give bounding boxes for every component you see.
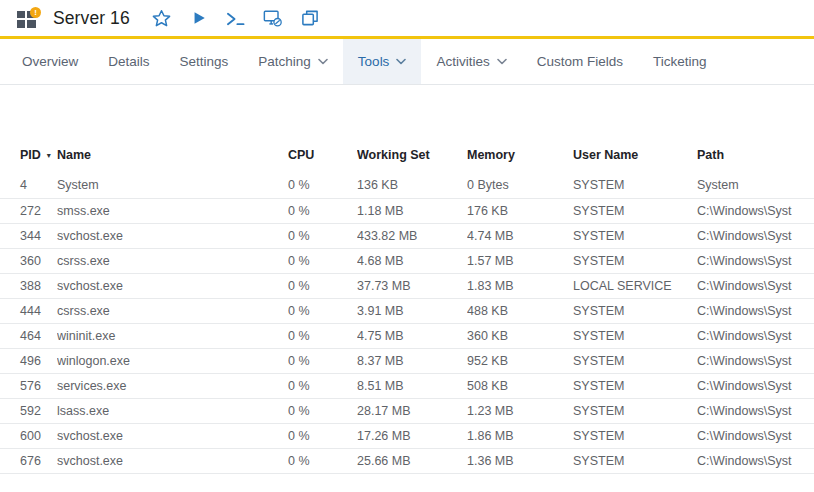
cell-name: csrss.exe: [57, 298, 288, 323]
process-row[interactable]: 676svchost.exe0 %25.66 MB1.36 MBSYSTEMC:…: [0, 448, 814, 473]
cell-pid: 344: [0, 223, 57, 248]
sort-desc-icon: ▾: [47, 151, 51, 160]
run-play-icon[interactable]: [189, 8, 209, 28]
cell-name: svchost.exe: [57, 423, 288, 448]
cell-name: System: [57, 173, 288, 198]
cell-working-set: 1.18 MB: [357, 198, 467, 223]
tab-custom-fields[interactable]: Custom Fields: [522, 39, 638, 84]
column-label: Memory: [467, 148, 515, 162]
cell-working-set: 25.66 MB: [357, 448, 467, 473]
cell-cpu: 0 %: [288, 298, 357, 323]
column-label: CPU: [288, 148, 314, 162]
cell-path: C:\Windows\Syst: [697, 373, 814, 398]
process-row[interactable]: 360csrss.exe0 %4.68 MB1.57 MBSYSTEMC:\Wi…: [0, 248, 814, 273]
tab-label: Patching: [258, 54, 311, 69]
tab-tools[interactable]: Tools: [343, 39, 422, 84]
tab-ticketing[interactable]: Ticketing: [638, 39, 722, 84]
cell-memory: 176 KB: [467, 198, 573, 223]
cell-user-name: SYSTEM: [573, 373, 697, 398]
cell-name: svchost.exe: [57, 223, 288, 248]
column-header-memory[interactable]: Memory: [467, 136, 573, 173]
chevron-down-icon: [497, 58, 507, 65]
cell-cpu: 0 %: [288, 198, 357, 223]
process-row[interactable]: 344svchost.exe0 %433.82 MB4.74 MBSYSTEMC…: [0, 223, 814, 248]
cell-path: C:\Windows\Syst: [697, 273, 814, 298]
cell-working-set: 37.73 MB: [357, 273, 467, 298]
process-row[interactable]: 388svchost.exe0 %37.73 MB1.83 MBLOCAL SE…: [0, 273, 814, 298]
cell-working-set: 3.91 MB: [357, 298, 467, 323]
tab-overview[interactable]: Overview: [7, 39, 93, 84]
cell-user-name: SYSTEM: [573, 248, 697, 273]
column-label: User Name: [573, 148, 638, 162]
tab-label: Settings: [180, 54, 229, 69]
tab-label: Ticketing: [653, 54, 707, 69]
alert-badge: !: [30, 7, 41, 18]
column-header-working-set[interactable]: Working Set: [357, 136, 467, 173]
terminal-icon[interactable]: [226, 8, 246, 28]
cell-memory: 1.86 MB: [467, 423, 573, 448]
process-row[interactable]: 576services.exe0 %8.51 MB508 KBSYSTEMC:\…: [0, 373, 814, 398]
cell-path: C:\Windows\Syst: [697, 323, 814, 348]
column-header-name[interactable]: Name: [57, 136, 288, 173]
chevron-down-icon: [396, 58, 406, 65]
column-header-pid[interactable]: PID▾: [0, 136, 57, 173]
tab-settings[interactable]: Settings: [165, 39, 244, 84]
cell-name: lsass.exe: [57, 398, 288, 423]
process-row[interactable]: 272smss.exe0 %1.18 MB176 KBSYSTEMC:\Wind…: [0, 198, 814, 223]
tab-details[interactable]: Details: [93, 39, 164, 84]
cell-memory: 488 KB: [467, 298, 573, 323]
process-row[interactable]: 600svchost.exe0 %17.26 MB1.86 MBSYSTEMC:…: [0, 423, 814, 448]
cell-name: wininit.exe: [57, 323, 288, 348]
cell-working-set: 433.82 MB: [357, 223, 467, 248]
cell-pid: 4: [0, 173, 57, 198]
column-header-cpu[interactable]: CPU: [288, 136, 357, 173]
cell-pid: 360: [0, 248, 57, 273]
cell-cpu: 0 %: [288, 248, 357, 273]
process-row[interactable]: 4System0 %136 KB0 BytesSYSTEMSystem: [0, 173, 814, 198]
cell-path: C:\Windows\Syst: [697, 248, 814, 273]
chevron-down-icon: [318, 58, 328, 65]
tab-activities[interactable]: Activities: [421, 39, 521, 84]
cell-cpu: 0 %: [288, 373, 357, 398]
header-actions: [152, 8, 320, 28]
cell-memory: 1.83 MB: [467, 273, 573, 298]
tab-label: Details: [108, 54, 149, 69]
cell-name: svchost.exe: [57, 273, 288, 298]
cell-cpu: 0 %: [288, 423, 357, 448]
cell-user-name: LOCAL SERVICE: [573, 273, 697, 298]
column-header-path[interactable]: Path: [697, 136, 814, 173]
cell-memory: 508 KB: [467, 373, 573, 398]
cell-path: C:\Windows\Syst: [697, 348, 814, 373]
process-table: PID▾NameCPUWorking SetMemoryUser NamePat…: [0, 136, 814, 474]
process-row[interactable]: 464wininit.exe0 %4.75 MB360 KBSYSTEMC:\W…: [0, 323, 814, 348]
cell-cpu: 0 %: [288, 223, 357, 248]
process-row[interactable]: 592lsass.exe0 %28.17 MB1.23 MBSYSTEMC:\W…: [0, 398, 814, 423]
cell-pid: 388: [0, 273, 57, 298]
new-window-icon[interactable]: [300, 8, 320, 28]
tab-patching[interactable]: Patching: [243, 39, 343, 84]
tab-label: Overview: [22, 54, 78, 69]
cell-user-name: SYSTEM: [573, 323, 697, 348]
cell-working-set: 28.17 MB: [357, 398, 467, 423]
cell-pid: 496: [0, 348, 57, 373]
cell-user-name: SYSTEM: [573, 398, 697, 423]
cell-memory: 1.57 MB: [467, 248, 573, 273]
favorite-star-icon[interactable]: [152, 8, 172, 28]
cell-working-set: 8.37 MB: [357, 348, 467, 373]
process-row[interactable]: 496winlogon.exe0 %8.37 MB952 KBSYSTEMC:\…: [0, 348, 814, 373]
cell-name: services.exe: [57, 373, 288, 398]
cell-user-name: SYSTEM: [573, 423, 697, 448]
cell-cpu: 0 %: [288, 273, 357, 298]
column-header-user-name[interactable]: User Name: [573, 136, 697, 173]
cell-memory: 1.36 MB: [467, 448, 573, 473]
remote-desktop-icon[interactable]: [263, 8, 283, 28]
process-row[interactable]: 444csrss.exe0 %3.91 MB488 KBSYSTEMC:\Win…: [0, 298, 814, 323]
column-label: PID: [20, 148, 41, 162]
cell-name: smss.exe: [57, 198, 288, 223]
cell-path: C:\Windows\Syst: [697, 198, 814, 223]
cell-pid: 444: [0, 298, 57, 323]
windows-logo-icon: !: [17, 7, 41, 29]
tab-label: Activities: [436, 54, 489, 69]
tools-processes-panel: PID▾NameCPUWorking SetMemoryUser NamePat…: [0, 85, 814, 474]
tab-label: Tools: [358, 54, 390, 69]
